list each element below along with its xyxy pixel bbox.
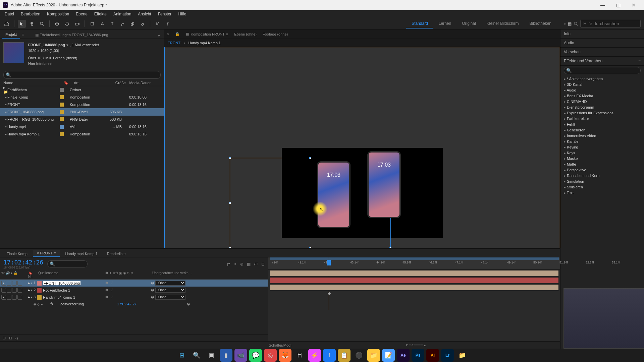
footage-viewer-tab[interactable]: Footage (ohne) xyxy=(263,32,288,36)
effect-category[interactable]: Perspektive xyxy=(560,167,644,173)
selection-tool[interactable] xyxy=(18,20,26,28)
window-minimize-button[interactable]: — xyxy=(595,0,610,10)
project-panel-tab[interactable]: Projekt xyxy=(2,31,20,39)
clone-tool[interactable] xyxy=(128,20,137,28)
effect-category[interactable]: Generieren xyxy=(560,127,644,133)
pen-tool[interactable] xyxy=(98,20,106,28)
tl-option-icon[interactable]: ✦ xyxy=(233,262,237,266)
taskbar-app-ps[interactable]: Ps xyxy=(412,349,424,362)
project-item[interactable]: ▸ 📁 Farbflächen Ordner xyxy=(0,86,164,94)
taskbar-app-ai[interactable]: Ai xyxy=(426,349,439,362)
menu-ebene[interactable]: Ebene xyxy=(72,10,91,18)
tl-option-icon[interactable]: ⊕ xyxy=(240,262,244,266)
stopwatch-icon[interactable]: ⏱ xyxy=(50,302,53,306)
effect-category[interactable]: 3D-Kanal xyxy=(560,82,644,87)
effect-category[interactable]: Rauschen und Korn xyxy=(560,173,644,179)
layer-property-row[interactable]: ◆ ◇ ▸ ⏱ Zeitverzerrung 17:02:42:27 ⊚ xyxy=(0,301,268,307)
home-button[interactable] xyxy=(3,20,11,28)
preview-panel-tab[interactable]: Vorschau xyxy=(560,48,644,57)
col-name[interactable]: Name xyxy=(3,81,64,85)
layout-icon[interactable]: ▦ xyxy=(186,32,189,36)
eraser-tool[interactable] xyxy=(139,20,147,28)
search-button[interactable]: 🔍 xyxy=(190,349,203,362)
project-item[interactable]: ▪ FRONT_RGB_1840886.png PNG-Datei503 KB xyxy=(0,116,164,123)
timeline-tab[interactable]: Finale Komp xyxy=(3,250,32,257)
tl-option-icon[interactable]: ▦ xyxy=(247,262,251,266)
layer-selection-box[interactable] xyxy=(230,158,391,248)
project-item[interactable]: ▪ FRONT Komposition0:00:13:16 xyxy=(0,101,164,108)
menu-komposition[interactable]: Komposition xyxy=(44,10,72,18)
taskbar-app[interactable]: ⚫ xyxy=(353,349,365,362)
effect-category[interactable]: Boris FX Mocha xyxy=(560,93,644,99)
text-tool[interactable]: T xyxy=(108,20,116,28)
start-button[interactable]: ⊞ xyxy=(175,349,188,362)
workspace-lernen[interactable]: Lernen xyxy=(433,19,457,28)
comp-canvas[interactable]: 17:03 17:03 ↖ xyxy=(282,148,443,238)
effect-category[interactable]: Expressions für Expressions xyxy=(560,110,644,116)
layer-viewer-tab[interactable]: Ebene (ohne) xyxy=(234,32,257,36)
effect-category[interactable]: Matte xyxy=(560,162,644,167)
taskbar-app[interactable]: ⚡ xyxy=(308,349,321,362)
menu-fenster[interactable]: Fenster xyxy=(155,10,175,18)
taskbar-app[interactable]: 📁 xyxy=(456,349,469,362)
breadcrumb-current[interactable]: FRONT xyxy=(168,41,180,45)
hand-tool[interactable] xyxy=(28,20,36,28)
taskbar-app[interactable]: 🦊 xyxy=(279,349,291,362)
menu-animation[interactable]: Animation xyxy=(110,10,135,18)
effect-category[interactable]: Keying xyxy=(560,144,644,150)
timeline-tab[interactable]: × FRONT ≡ xyxy=(33,250,60,257)
help-search-input[interactable] xyxy=(580,20,641,27)
taskbar-app[interactable]: f xyxy=(323,349,336,362)
shape-tool[interactable] xyxy=(88,20,96,28)
keyframe-icon[interactable]: ◆ xyxy=(328,291,331,296)
timeline-tab[interactable]: Renderliste xyxy=(103,250,130,257)
window-close-button[interactable]: ✕ xyxy=(626,0,641,10)
audio-panel-tab[interactable]: Audio xyxy=(560,39,644,48)
timeline-layer-row[interactable]: ▸ ▪ 3 Handy.mp4 Komp 1 ✱ / ⊚ Ohne xyxy=(0,294,268,301)
taskbar-app[interactable]: 📝 xyxy=(382,349,395,362)
roto-tool[interactable] xyxy=(154,20,162,28)
timeline-timecode[interactable]: 17:02:42:26 xyxy=(3,259,43,266)
effect-category[interactable]: Maske xyxy=(560,156,644,162)
brush-tool[interactable] xyxy=(118,20,126,28)
info-panel-tab[interactable]: Info xyxy=(560,29,644,39)
rotation-tool[interactable] xyxy=(63,20,71,28)
effect-controls-tab[interactable]: ▦ Effekteinstellungen FRONT_1840886.png xyxy=(32,32,111,39)
project-item[interactable]: ▪ Handy.mp4 AVI… MB0:00:13:16 xyxy=(0,123,164,130)
effect-category[interactable]: Kanäle xyxy=(560,139,644,144)
taskbar-app[interactable]: 💬 xyxy=(249,349,262,362)
project-item[interactable]: ▪ Finale Komp Komposition0:00:10:00 xyxy=(0,94,164,101)
tl-option-icon[interactable]: 🏷 xyxy=(254,262,258,266)
col-size[interactable]: Größe xyxy=(107,81,126,85)
comp-close-icon[interactable]: × xyxy=(167,32,169,36)
tl-toggle-icon[interactable]: {} xyxy=(15,336,18,340)
menu-hilfe[interactable]: Hilfe xyxy=(175,10,190,18)
col-dur[interactable]: Media-Dauer xyxy=(126,81,153,85)
effect-category[interactable]: Simulation xyxy=(560,179,644,184)
workspace-original[interactable]: Original xyxy=(457,19,481,28)
window-maximize-button[interactable]: ▢ xyxy=(610,0,626,10)
puppet-tool[interactable] xyxy=(164,20,172,28)
property-value[interactable]: 17:02:42:27 xyxy=(117,302,137,306)
workspace-overflow-icon[interactable]: » xyxy=(564,21,566,26)
menu-datei[interactable]: Datei xyxy=(1,10,17,18)
task-view-button[interactable]: ▣ xyxy=(205,349,218,362)
tl-option-icon[interactable]: ⇄ xyxy=(227,262,230,266)
project-item[interactable]: ▪ FRONT_1840886.png PNG-Datei596 KB xyxy=(0,108,164,116)
effect-category[interactable]: Dienstprogramm xyxy=(560,105,644,110)
taskbar-app[interactable]: 📹 xyxy=(234,349,247,362)
layer-list[interactable]: ▸ ▪ 1 FRONT_1840886.png ✱ / ⊚ Ohne ▸ ▪ 2… xyxy=(0,280,268,301)
workspace-kleiner bildschirm[interactable]: Kleiner Bildschirm xyxy=(481,19,524,28)
effect-category[interactable]: Audio xyxy=(560,87,644,93)
taskbar-app[interactable]: ▮ xyxy=(220,349,232,362)
workspace-bibliotheken[interactable]: Bibliotheken xyxy=(524,19,557,28)
camera-tool[interactable] xyxy=(73,20,81,28)
col-art[interactable]: Art xyxy=(74,81,107,85)
menu-ansicht[interactable]: Ansicht xyxy=(135,10,154,18)
effect-category[interactable]: * Animationsvorgaben xyxy=(560,76,644,82)
taskbar-app-lr[interactable]: Lr xyxy=(441,349,454,362)
effects-search-input[interactable] xyxy=(564,67,641,74)
orbit-tool[interactable] xyxy=(53,20,61,28)
taskbar-app[interactable]: 📋 xyxy=(338,349,351,362)
zoom-tool[interactable] xyxy=(38,20,46,28)
